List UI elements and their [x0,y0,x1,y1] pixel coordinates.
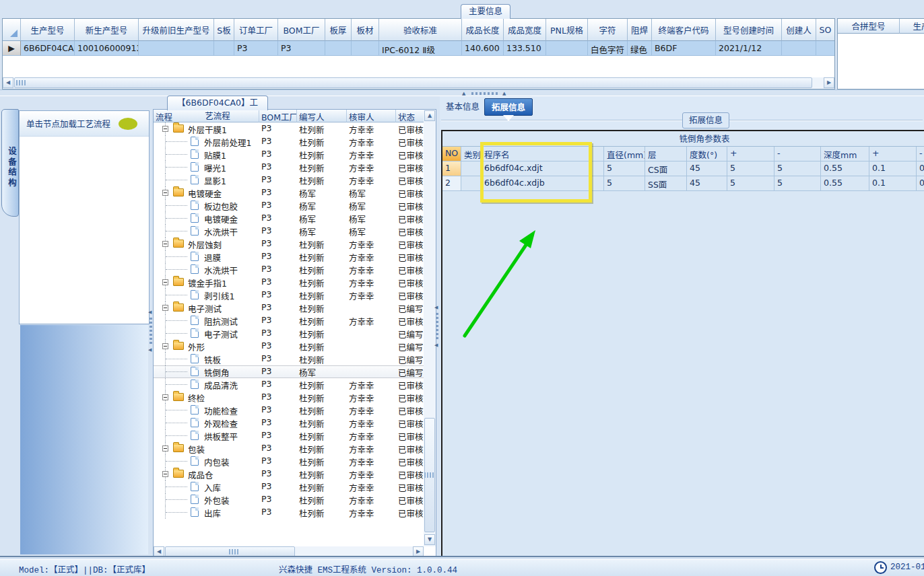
column-header-6[interactable]: BOM工厂 [278,19,325,41]
cell[interactable]: 2021/1/12 [716,41,782,56]
process-group-row[interactable]: 电子测试P3杜列新已编写 [154,301,436,314]
column-header-14[interactable]: 阻焊 [628,19,652,41]
param-column-header-1[interactable]: NO [442,147,461,161]
process-step-row[interactable]: 电子测试P3杜列新已编写 [154,327,436,340]
tree-expander-icon[interactable] [162,279,168,285]
column-header-15[interactable]: 终端客户代码 [652,19,716,41]
cell[interactable]: 133.510 [504,41,546,56]
process-step-row[interactable]: 剥引线1P3杜列新方幸幸已审核 [154,289,436,301]
cell[interactable]: 白色字符 [588,41,628,56]
process-step-row[interactable]: 内包装P3杜列新方幸幸已审核 [154,455,436,468]
process-group-row[interactable]: 外形P3杜列新已编写 [154,340,436,353]
cell[interactable] [139,41,214,56]
cell[interactable]: P3 [234,41,278,56]
param-column-header-2[interactable]: 类别 [461,147,482,161]
tree-expander-icon[interactable] [162,394,168,400]
process-step-row[interactable]: 铣倒角P3杨军已编写 [154,365,436,378]
process-step-row[interactable]: 烘板整平P3杜列新方幸幸已审核 [154,429,436,442]
column-header-4[interactable]: S板 [214,19,234,41]
tree-expander-icon[interactable] [162,241,168,247]
process-step-row[interactable]: 贴膜1P3杜列新方幸幸已审核 [154,148,436,161]
process-step-row[interactable]: 退膜P3杜列新方幸幸已审核 [154,250,436,263]
cell[interactable]: IPC-6012 Ⅱ级 [379,41,462,56]
process-column-header-2[interactable]: BOM工厂 [259,110,297,122]
select-all-cell[interactable] [3,19,21,41]
tree-expander-icon[interactable] [162,445,168,452]
tree-expander-icon[interactable] [162,343,168,349]
process-step-row[interactable]: 外观检查P3杜列新方幸幸已审核 [154,417,436,429]
process-step-row[interactable]: 水洗烘干P3杨军杨军已审核 [154,225,436,238]
right-vertical-splitter[interactable]: ◀ ◀ [434,305,439,352]
column-header-10[interactable]: 成品长度 [462,19,504,41]
param-column-header-10[interactable]: + [869,147,917,161]
process-step-row[interactable]: 电镀硬金P3杨军杨军已审核 [154,212,436,225]
column-header-7[interactable]: 板厚 [325,19,352,41]
tree-expander-icon[interactable] [162,190,168,196]
process-column-header-3[interactable]: 编写人 [297,110,347,122]
process-group-row[interactable]: 包装P3杜列新方幸幸已审核 [154,442,436,455]
column-header-13[interactable]: 字符 [588,19,628,41]
column-header-5[interactable]: 订单工厂 [234,19,278,41]
cell[interactable]: P3 [278,41,325,56]
process-column-header-4[interactable]: 核审人 [347,110,396,122]
column-header-12[interactable]: PNL规格 [546,19,588,41]
splitter-collapse-icon[interactable]: ▲ [502,91,506,96]
tree-expander-icon[interactable] [162,471,168,477]
tab-basic-info[interactable]: 基本信息 [441,98,484,116]
cell[interactable]: 绿色 [628,41,652,56]
param-column-header-4[interactable]: 直径(mm) [604,147,645,161]
process-group-row[interactable]: 终检P3杜列新方幸幸已审核 [154,391,436,404]
scroll-up-button[interactable]: ▲ [424,110,435,121]
param-column-header-8[interactable]: - [774,147,821,161]
tab-device-structure[interactable]: 设备结构 [1,109,19,217]
column-header-1[interactable]: 生产型号 [21,19,75,41]
splitter-collapse-icon[interactable]: ▲ [462,91,465,96]
scroll-down-button[interactable]: ▼ [424,534,435,545]
left-vertical-splitter[interactable]: ◀ ◀ [148,310,153,357]
process-step-row[interactable]: 外包装P3杜列新方幸幸已审核 [154,493,436,506]
process-step-row[interactable]: 铣板P3杜列新已编写 [154,353,436,365]
main-grid-hscrollbar[interactable]: ◀ ▶ [3,77,834,89]
scroll-right-button[interactable]: ▶ [824,77,834,88]
splitter-grip[interactable] [471,92,498,95]
cell[interactable]: 140.600 [462,41,504,56]
horizontal-splitter[interactable]: ▲ ▲ [0,89,924,96]
column-header-2[interactable]: 新生产型号 [75,19,139,41]
cell[interactable]: B6DF [652,41,716,56]
column-header-17[interactable]: 创建人 [782,19,816,41]
cell[interactable]: 10010600091344 [75,41,139,56]
scroll-thumb[interactable] [14,77,812,88]
cell[interactable] [546,41,588,56]
scroll-left-button[interactable]: ◀ [3,77,13,88]
process-group-row[interactable]: 成品仓P3杜列新方幸幸已审核 [154,468,436,480]
tab-extended-info[interactable]: 拓展信息 [484,98,533,116]
column-header-16[interactable]: 型号创建时间 [716,19,782,41]
tab-main-info[interactable]: 主要信息 [461,4,510,19]
param-column-header-6[interactable]: 度数(°) [687,147,727,161]
cell[interactable]: 6B6DF04CA0 [21,41,75,56]
param-column-header-11[interactable]: - [917,147,924,161]
column-header-3[interactable]: 升级前旧生产型号 [139,19,214,41]
cell[interactable] [325,41,352,56]
process-step-row[interactable]: 成品清洗P3杜列新方幸幸已审核 [154,378,436,391]
column-header-18[interactable]: SO [816,19,835,41]
process-step-row[interactable]: 阻抗测试P3杜列新方幸幸已审核 [154,314,436,327]
param-column-header-7[interactable]: + [727,147,774,161]
cell[interactable] [352,41,379,56]
process-step-row[interactable]: 水洗烘干P3杜列新方幸幸已审核 [154,263,436,276]
process-step-row[interactable]: 功能检查P3杜列新方幸幸已审核 [154,404,436,417]
process-group-row[interactable]: 外层干膜1P3杜列新方幸幸已审核 [154,122,436,135]
tab-process-flow[interactable]: 【6B6DF04CA0】工艺流程 [167,96,268,110]
process-group-row[interactable]: 镀金手指1P3杜列新方幸幸已审核 [154,276,436,289]
pair-column-header-2[interactable]: 生产型号 [900,19,924,34]
cell[interactable] [214,41,234,56]
process-step-row[interactable]: 板边包胶P3杨军杨军已审核 [154,199,436,212]
process-step-row[interactable]: 外层前处理1P3杜列新方幸幸已审核 [154,135,436,148]
column-header-9[interactable]: 验收标准 [379,19,462,41]
row-selector-cell[interactable]: ▶ [3,41,21,56]
process-group-row[interactable]: 外层蚀刻P3杜列新方幸幸已审核 [154,238,436,250]
pair-column-header-1[interactable]: 合拼型号 [838,19,900,34]
process-step-row[interactable]: 显影1P3杜列新方幸幸已审核 [154,174,436,186]
param-column-header-5[interactable]: 层 [645,147,687,161]
main-info-grid-row[interactable]: ▶6B6DF04CA010010600091344P3P3IPC-6012 Ⅱ级… [3,41,834,56]
